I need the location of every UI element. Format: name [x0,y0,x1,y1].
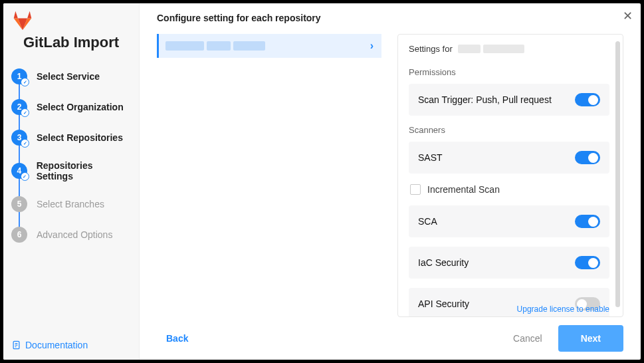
step-label: Select Branches [37,199,104,209]
page-heading: Configure setting for each repository [157,13,623,23]
settings-for-name-placeholder [458,45,524,53]
step-repositories-settings[interactable]: 4Repositories Settings [11,160,131,182]
step-label: Select Organization [37,102,124,112]
step-number: 2 [11,99,27,115]
step-label: Select Service [37,71,100,82]
footer-actions: Back Cancel Next [157,317,623,352]
sca-toggle[interactable] [575,215,600,228]
settings-for-label: Settings for [409,44,453,54]
scan-trigger-label: Scan Trigger: Push, Pull request [418,94,552,105]
step-advanced-options: 6Advanced Options [11,227,131,243]
settings-panel: Settings for Permissions Scan Trigger: P… [397,34,623,317]
scan-trigger-row: Scan Trigger: Push, Pull request [409,84,609,116]
incremental-scan-checkbox[interactable] [410,184,421,195]
permissions-section-label: Permissions [409,67,609,77]
sca-label: SCA [418,216,437,227]
step-number: 6 [11,227,27,243]
incremental-scan-row[interactable]: Incremental Scan [410,184,609,195]
sca-row: SCA [409,205,609,237]
step-select-repositories[interactable]: 3Select Repositories [11,130,131,146]
main-panel: ✕ Configure setting for each repository … [140,3,641,360]
upgrade-license-link[interactable]: Upgrade license to enable [517,304,609,314]
scanners-section-label: Scanners [409,125,609,135]
api-security-label: API Security [418,299,469,309]
sast-toggle[interactable] [575,151,600,164]
settings-for-header: Settings for [409,44,609,54]
document-icon [11,340,21,350]
wizard-steps: 1Select Service 2Select Organization 3Se… [11,68,131,340]
documentation-label: Documentation [25,340,88,350]
incremental-scan-label: Incremental Scan [427,184,500,195]
repository-row-selected[interactable]: › [157,34,381,58]
iac-toggle[interactable] [575,256,600,269]
documentation-link[interactable]: Documentation [11,340,131,350]
step-select-branches: 5Select Branches [11,196,131,212]
step-number: 4 [11,163,27,179]
step-number: 5 [11,196,27,212]
chevron-right-icon: › [370,40,374,52]
step-number: 3 [11,130,27,146]
step-label: Select Repositories [37,132,123,143]
cancel-button[interactable]: Cancel [513,333,542,344]
iac-label: IaC Security [418,257,469,268]
next-button[interactable]: Next [558,325,623,352]
close-icon[interactable]: ✕ [623,9,633,23]
gitlab-logo-icon [11,10,131,31]
step-label: Advanced Options [37,229,112,240]
step-select-service[interactable]: 1Select Service [11,68,131,84]
sidebar-title: GitLab Import [11,34,131,51]
sidebar: GitLab Import 1Select Service 2Select Or… [3,3,140,360]
step-select-organization[interactable]: 2Select Organization [11,99,131,115]
sast-row: SAST [409,142,609,174]
back-button[interactable]: Back [166,333,188,344]
repository-list: › [157,34,381,317]
step-label: Repositories Settings [37,160,131,182]
scan-trigger-toggle[interactable] [575,93,600,106]
iac-row: IaC Security [409,247,609,279]
modal-gitlab-import: GitLab Import 1Select Service 2Select Or… [3,3,641,360]
sast-label: SAST [418,152,443,163]
step-number: 1 [11,68,27,84]
repository-name-placeholder [165,41,265,51]
